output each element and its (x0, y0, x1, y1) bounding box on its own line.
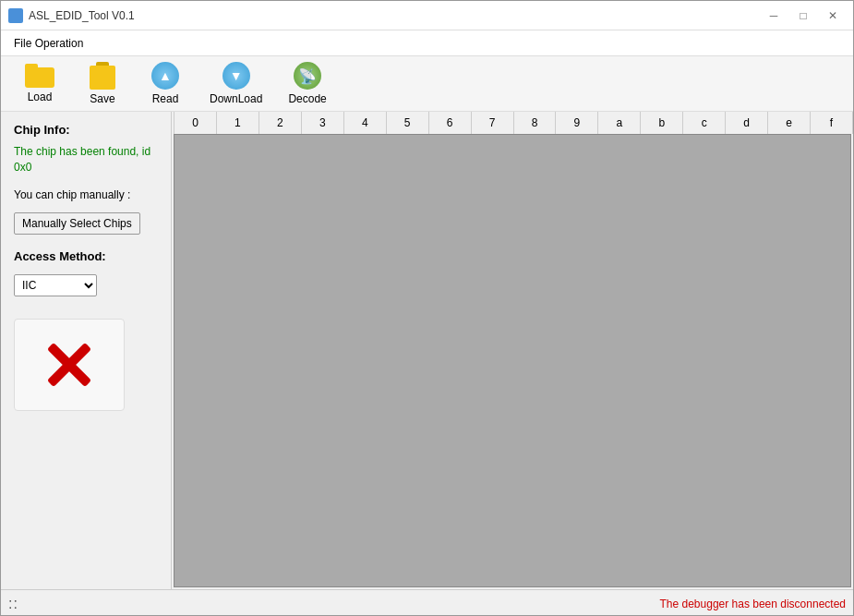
window-title: ASL_EDID_Tool V0.1 (29, 9, 135, 22)
maximize-button[interactable]: □ (790, 6, 816, 26)
download-button[interactable]: ▼ DownLoad (200, 58, 271, 109)
col-header-d: d (726, 112, 768, 134)
col-header-4: 4 (344, 112, 387, 134)
app-icon (8, 8, 23, 23)
col-header-3: 3 (302, 112, 344, 134)
col-header-0: 0 (174, 112, 217, 134)
load-button[interactable]: Load (12, 60, 67, 107)
decode-button[interactable]: 📡 Decode (279, 58, 335, 109)
col-header-a: a (598, 112, 641, 134)
grid-body (174, 134, 851, 587)
read-button-label: Read (152, 92, 179, 105)
satellite-icon: 📡 (294, 62, 321, 90)
col-header-9: 9 (556, 112, 598, 134)
clipboard-icon (90, 62, 115, 90)
status-icon-box (14, 319, 125, 411)
status-dots: :: (8, 596, 18, 612)
toolbar: Load Save ▲ Read ▼ DownLoad 📡 Decode (1, 56, 853, 112)
access-method-select[interactable]: IIC SPI (14, 274, 97, 296)
grid-area: 0 1 2 3 4 5 6 7 8 9 a b c d e f (172, 112, 853, 589)
title-bar: ASL_EDID_Tool V0.1 ─ □ ✕ (1, 1, 853, 30)
col-header-6: 6 (429, 112, 472, 134)
minimize-button[interactable]: ─ (761, 6, 787, 26)
status-message: The debugger has been disconnected (660, 598, 847, 610)
arrow-up-icon: ▲ (151, 62, 179, 90)
grid-header: 0 1 2 3 4 5 6 7 8 9 a b c d e f (172, 112, 853, 134)
status-bar: :: The debugger has been disconnected (1, 589, 853, 616)
col-header-5: 5 (387, 112, 429, 134)
chip-manual-text: You can chip manually : (14, 188, 158, 201)
manually-select-chips-button[interactable]: Manually Select Chips (14, 212, 140, 235)
save-button[interactable]: Save (75, 58, 130, 109)
col-header-c: c (683, 112, 726, 134)
title-text: ASL_EDID_Tool V0.1 (8, 8, 135, 23)
read-button[interactable]: ▲ Read (138, 58, 193, 109)
col-header-b: b (641, 112, 683, 134)
chip-info-label: Chip Info: (14, 123, 158, 137)
access-method-label: Access Method: (14, 249, 158, 263)
menu-bar: File Operation (1, 30, 853, 56)
col-header-e: e (768, 112, 811, 134)
download-button-label: DownLoad (210, 92, 262, 105)
col-header-8: 8 (514, 112, 557, 134)
load-button-label: Load (28, 91, 53, 103)
main-content: Chip Info: The chip has been found, id 0… (1, 112, 853, 589)
window-controls: ─ □ ✕ (761, 6, 846, 26)
col-header-f: f (811, 112, 853, 134)
col-header-7: 7 (472, 112, 514, 134)
col-header-1: 1 (217, 112, 259, 134)
decode-button-label: Decode (288, 92, 326, 105)
left-panel: Chip Info: The chip has been found, id 0… (1, 112, 172, 589)
chip-found-text: The chip has been found, id 0x0 (14, 144, 158, 175)
error-x-icon (40, 335, 99, 394)
menu-item-file-operation[interactable]: File Operation (5, 33, 92, 54)
close-button[interactable]: ✕ (820, 6, 846, 26)
arrow-down-icon: ▼ (223, 62, 250, 90)
folder-icon (25, 64, 54, 88)
col-header-2: 2 (259, 112, 302, 134)
save-button-label: Save (90, 92, 114, 105)
